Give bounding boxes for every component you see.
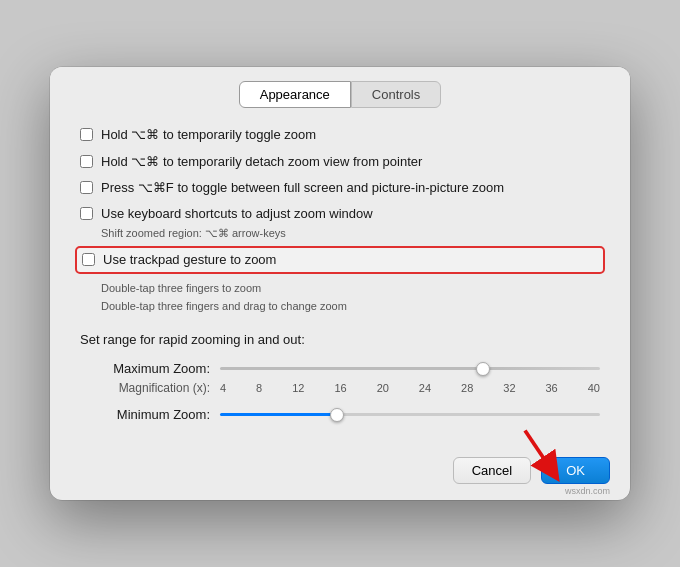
max-zoom-slider-container (220, 361, 600, 377)
checkbox-fullscreen-zoom[interactable] (80, 181, 93, 194)
checkbox-row-1: Hold ⌥⌘ to temporarily toggle zoom (80, 126, 600, 144)
max-zoom-row: Maximum Zoom: (80, 361, 600, 377)
checkbox-keyboard-shortcuts[interactable] (80, 207, 93, 220)
checkbox-label-4: Use keyboard shortcuts to adjust zoom wi… (101, 205, 373, 223)
checkbox-label-5: Use trackpad gesture to zoom (103, 251, 276, 269)
checkbox-toggle-zoom[interactable] (80, 128, 93, 141)
trackpad-sublabel-2: Double-tap three fingers and drag to cha… (101, 298, 600, 316)
min-zoom-row: Minimum Zoom: (80, 407, 600, 423)
mag-tick-24: 24 (419, 382, 431, 394)
checkbox-row-2: Hold ⌥⌘ to temporarily detach zoom view … (80, 153, 600, 171)
checkbox-trackpad-gesture[interactable] (82, 253, 95, 266)
zoom-section-title: Set range for rapid zooming in and out: (80, 332, 600, 347)
tab-appearance[interactable]: Appearance (239, 81, 351, 108)
checkbox-label-2: Hold ⌥⌘ to temporarily detach zoom view … (101, 153, 422, 171)
dialog: Appearance Controls Hold ⌥⌘ to temporari… (50, 67, 630, 499)
footer: Cancel OK (50, 447, 630, 500)
max-zoom-label: Maximum Zoom: (80, 361, 220, 376)
checkbox-label-3: Press ⌥⌘F to toggle between full screen … (101, 179, 504, 197)
ok-button[interactable]: OK (541, 457, 610, 484)
mag-tick-4: 4 (220, 382, 226, 394)
tab-bar: Appearance Controls (50, 67, 630, 108)
checkbox-detach-zoom[interactable] (80, 155, 93, 168)
highlighted-row: Use trackpad gesture to zoom (75, 246, 605, 274)
checkbox-row-3: Press ⌥⌘F to toggle between full screen … (80, 179, 600, 197)
magnification-numbers: 4 8 12 16 20 24 28 32 36 40 (220, 382, 600, 394)
trackpad-sublabels: Double-tap three fingers to zoom Double-… (101, 280, 600, 315)
cancel-button[interactable]: Cancel (453, 457, 531, 484)
mag-tick-16: 16 (334, 382, 346, 394)
min-zoom-slider[interactable] (220, 413, 600, 416)
checkbox-label-1: Hold ⌥⌘ to temporarily toggle zoom (101, 126, 316, 144)
checkbox-row-5: Use trackpad gesture to zoom (82, 251, 598, 269)
mag-tick-8: 8 (256, 382, 262, 394)
magnification-row: Magnification (x): 4 8 12 16 20 24 28 32… (80, 381, 600, 395)
content-area: Hold ⌥⌘ to temporarily toggle zoom Hold … (50, 108, 630, 446)
mag-tick-12: 12 (292, 382, 304, 394)
max-zoom-slider[interactable] (220, 367, 600, 370)
mag-tick-32: 32 (503, 382, 515, 394)
min-zoom-slider-container (220, 407, 600, 423)
mag-tick-36: 36 (546, 382, 558, 394)
sublabel-keyboard: Shift zoomed region: ⌥⌘ arrow-keys (101, 227, 600, 240)
magnification-label: Magnification (x): (80, 381, 220, 395)
watermark: wsxdn.com (565, 486, 610, 496)
mag-tick-40: 40 (588, 382, 600, 394)
mag-tick-28: 28 (461, 382, 473, 394)
checkbox-row-4: Use keyboard shortcuts to adjust zoom wi… (80, 205, 600, 223)
min-zoom-label: Minimum Zoom: (80, 407, 220, 422)
mag-tick-20: 20 (377, 382, 389, 394)
tab-controls[interactable]: Controls (351, 81, 441, 108)
trackpad-sublabel-1: Double-tap three fingers to zoom (101, 280, 600, 298)
